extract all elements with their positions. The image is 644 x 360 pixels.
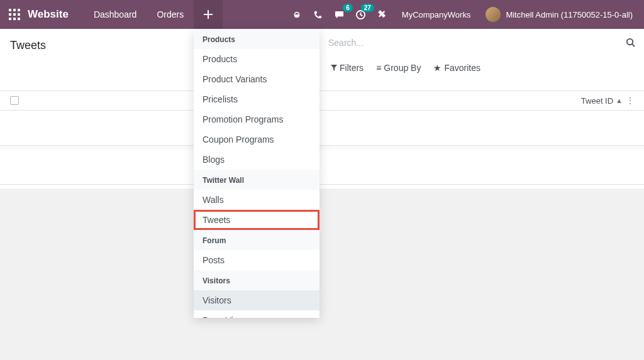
select-all-checkbox[interactable] (10, 96, 19, 105)
column-header: Tweet ID ▲ ⋮ (0, 90, 644, 111)
column-options-icon[interactable]: ⋮ (626, 96, 634, 105)
tools-icon[interactable] (372, 0, 393, 29)
user-menu[interactable]: Mitchell Admin (11750052-15-0-all) (479, 7, 639, 22)
user-name: Mitchell Admin (11750052-15-0-all) (506, 10, 633, 19)
dd-header-forum: Forum (194, 230, 319, 250)
svg-rect-10 (204, 14, 213, 15)
activity-icon[interactable]: 27 (350, 0, 372, 29)
dd-header-visitors: Visitors (194, 270, 319, 290)
dd-item-visitors[interactable]: Visitors (194, 290, 319, 310)
nav-dashboard[interactable]: Dashboard (84, 0, 147, 29)
company-selector[interactable]: MyCompanyWorks (393, 10, 480, 19)
dd-header-products: Products (194, 29, 319, 49)
search-row (319, 29, 644, 57)
apps-icon[interactable] (9, 9, 20, 20)
list-row[interactable] (0, 111, 644, 146)
navbar: Website Dashboard Orders 6 27 MyCompanyW… (0, 0, 644, 29)
svg-line-13 (632, 44, 635, 46)
search-input[interactable] (328, 38, 626, 48)
nav-orders[interactable]: Orders (147, 0, 194, 29)
favorites-button[interactable]: ★ Favorites (433, 63, 480, 73)
dd-item-product-variants[interactable]: Product Variants (194, 69, 319, 89)
col-tweet-id[interactable]: Tweet ID (581, 96, 613, 106)
svg-rect-4 (13, 13, 16, 16)
svg-rect-7 (13, 18, 16, 20)
debug-icon[interactable] (286, 0, 308, 29)
page-title: Tweets (10, 39, 46, 52)
search-icon[interactable] (626, 38, 635, 47)
dd-item-coupon-programs[interactable]: Coupon Programs (194, 129, 319, 150)
nav-plus[interactable] (194, 0, 223, 29)
filters-button[interactable]: Filters (331, 63, 364, 73)
svg-rect-5 (18, 13, 20, 16)
toolbar: Filters ≡ Group By ★ Favorites (319, 29, 644, 79)
svg-point-12 (627, 39, 633, 45)
svg-rect-1 (13, 9, 16, 11)
dd-item-walls[interactable]: Walls (194, 190, 319, 210)
svg-rect-2 (18, 9, 20, 11)
svg-rect-8 (18, 18, 20, 20)
groupby-button[interactable]: ≡ Group By (376, 63, 421, 73)
messages-icon[interactable]: 6 (329, 0, 350, 29)
dd-item-tweets[interactable]: Tweets (194, 210, 319, 230)
dd-item-posts[interactable]: Posts (194, 250, 319, 270)
svg-rect-6 (9, 18, 11, 20)
dd-item-pricelists[interactable]: Pricelists (194, 89, 319, 109)
dd-item-blogs[interactable]: Blogs (194, 150, 319, 170)
svg-rect-0 (9, 9, 11, 11)
list-row[interactable] (0, 150, 644, 185)
list-area (0, 111, 644, 185)
svg-rect-3 (9, 13, 11, 16)
phone-icon[interactable] (308, 0, 329, 29)
sort-asc-icon[interactable]: ▲ (616, 97, 623, 104)
dd-item-promotion-programs[interactable]: Promotion Programs (194, 109, 319, 129)
filter-row: Filters ≡ Group By ★ Favorites (319, 57, 644, 79)
dropdown-menu: Products Products Product Variants Price… (194, 29, 319, 318)
dd-item-products[interactable]: Products (194, 49, 319, 69)
brand[interactable]: Website (28, 8, 69, 21)
avatar (486, 7, 501, 22)
dd-item-page-views[interactable]: Page Views (194, 310, 319, 318)
content-bg (0, 188, 644, 360)
dd-header-twitter: Twitter Wall (194, 170, 319, 190)
